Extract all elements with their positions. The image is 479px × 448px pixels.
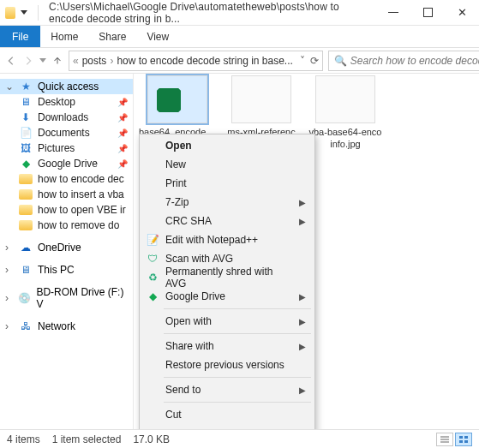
menu-item-send-to[interactable]: Send to▶ — [141, 380, 313, 399]
chevron-down-icon[interactable]: ⌄ — [5, 81, 14, 93]
details-view-button[interactable] — [436, 433, 453, 446]
search-icon: 🔍 — [334, 55, 347, 67]
maximize-button[interactable] — [410, 0, 445, 26]
history-dropdown-icon[interactable] — [39, 58, 46, 63]
chevron-right-icon: ▶ — [299, 317, 306, 326]
sidebar-item-pictures[interactable]: 🖼Pictures📌 — [0, 140, 133, 156]
file-tab[interactable]: File — [0, 26, 40, 47]
file-thumbnail — [147, 75, 207, 123]
address-bar: « posts › how to encode decode string in… — [0, 48, 479, 74]
minimize-button[interactable] — [376, 0, 410, 26]
svg-rect-0 — [459, 436, 463, 439]
svg-rect-2 — [459, 440, 463, 443]
file-thumbnail — [315, 75, 375, 123]
sidebar-item-folder[interactable]: how to insert a vba — [0, 187, 133, 202]
sidebar-item-label: how to insert a vba — [38, 188, 124, 200]
close-button[interactable] — [445, 0, 479, 26]
sidebar-item-label: Downloads — [38, 111, 88, 123]
pin-icon: 📌 — [117, 98, 128, 107]
onedrive-icon: ☁ — [19, 242, 33, 254]
menu-item-restore-previous[interactable]: Restore previous versions — [141, 355, 313, 374]
menu-item-share-with[interactable]: Share with▶ — [141, 337, 313, 355]
chevron-right-icon[interactable]: › — [110, 55, 113, 67]
sidebar-item-onedrive[interactable]: ›☁OneDrive — [0, 240, 133, 255]
menu-item-edit-notepadpp[interactable]: 📝Edit with Notepad++ — [141, 230, 313, 249]
file-item[interactable]: info.jpg — [307, 139, 384, 149]
menu-item-crc-sha[interactable]: CRC SHA▶ — [141, 212, 313, 230]
share-tab[interactable]: Share — [88, 26, 136, 47]
sidebar-item-google-drive[interactable]: ◆Google Drive📌 — [0, 156, 133, 171]
folder-icon — [5, 7, 15, 19]
sidebar-item-desktop[interactable]: 🖥Desktop📌 — [0, 94, 133, 110]
up-button[interactable] — [51, 51, 63, 70]
qat-dropdown-icon[interactable] — [21, 10, 27, 15]
minimize-icon — [388, 12, 398, 13]
sidebar-item-label: Google Drive — [38, 158, 98, 170]
refresh-icon[interactable]: ⟳ — [310, 55, 319, 67]
shred-icon: ♻ — [146, 272, 159, 284]
sidebar-item-quick-access[interactable]: ⌄ ★ Quick access — [0, 79, 133, 94]
folder-icon — [19, 220, 33, 230]
back-button[interactable] — [5, 51, 17, 70]
menu-item-google-drive[interactable]: ◆Google Drive▶ — [141, 287, 313, 306]
sidebar-item-downloads[interactable]: ⬇Downloads📌 — [0, 110, 133, 125]
svg-rect-1 — [464, 436, 468, 439]
chevron-right-icon: ▶ — [299, 198, 306, 207]
pc-icon: 🖥 — [19, 264, 33, 276]
folder-icon — [19, 174, 33, 184]
file-caption: info.jpg — [307, 139, 384, 149]
download-icon: ⬇ — [19, 111, 33, 123]
desktop-icon: 🖥 — [19, 96, 33, 108]
file-item[interactable]: ms-xml-referenc — [223, 75, 300, 137]
folder-icon — [19, 205, 33, 215]
sidebar-item-folder[interactable]: how to open VBE ir — [0, 202, 133, 218]
sidebar-item-documents[interactable]: 📄Documents📌 — [0, 125, 133, 140]
file-item[interactable]: vba-base64-enco — [307, 75, 384, 137]
shield-icon: 🛡 — [146, 253, 159, 265]
chevron-right-icon: ▶ — [299, 217, 306, 226]
list-icon — [440, 436, 449, 443]
close-icon — [458, 6, 467, 19]
file-list[interactable]: base64_encode_d ms-xml-referenc vba-base… — [134, 74, 479, 429]
sidebar-item-network[interactable]: ›🖧Network — [0, 319, 133, 334]
chevron-right-icon: ▶ — [299, 342, 306, 351]
divider — [38, 5, 39, 21]
sidebar-item-folder[interactable]: how to encode dec — [0, 171, 133, 187]
status-selected: 1 item selected — [52, 433, 122, 445]
menu-item-open[interactable]: Open — [141, 136, 313, 155]
sidebar-item-this-pc[interactable]: ›🖥This PC — [0, 262, 133, 278]
menu-item-open-with[interactable]: Open with▶ — [141, 312, 313, 331]
sidebar-item-folder[interactable]: how to remove do — [0, 218, 133, 233]
sidebar-item-label: Quick access — [38, 81, 99, 93]
google-drive-icon: ◆ — [146, 290, 159, 302]
file-item[interactable]: base64_encode_d — [139, 75, 216, 137]
menu-item-print[interactable]: Print — [141, 174, 313, 193]
status-size: 17.0 KB — [133, 433, 170, 445]
separator — [164, 402, 311, 403]
breadcrumb[interactable]: how to encode decode string in base... — [117, 55, 292, 67]
menu-item-shred-avg[interactable]: ♻Permanently shred with AVG — [141, 268, 313, 287]
forward-button[interactable] — [22, 51, 34, 70]
sidebar-item-bdrom[interactable]: ›💿BD-ROM Drive (F:) V — [0, 284, 133, 312]
address-input[interactable]: « posts › how to encode decode string in… — [69, 51, 323, 71]
breadcrumb[interactable]: posts — [82, 55, 107, 67]
menu-item-cut[interactable]: Cut — [141, 405, 313, 424]
pin-icon: 📌 — [117, 159, 128, 169]
search-box[interactable]: 🔍 — [328, 51, 479, 71]
home-tab[interactable]: Home — [40, 26, 88, 47]
pin-icon: 📌 — [117, 113, 128, 122]
dropdown-icon[interactable]: ˅ — [300, 55, 305, 67]
menu-item-7zip[interactable]: 7-Zip▶ — [141, 193, 313, 212]
search-input[interactable] — [350, 55, 479, 67]
sidebar-item-label: how to encode dec — [38, 173, 124, 185]
sidebar-item-label: This PC — [38, 264, 75, 276]
menu-item-new[interactable]: New — [141, 155, 313, 174]
sidebar-item-label: BD-ROM Drive (F:) V — [36, 286, 128, 310]
chevron-right-icon: ▶ — [299, 292, 306, 302]
ribbon-tabs: File Home Share View — [0, 26, 479, 48]
icons-view-button[interactable] — [455, 433, 472, 446]
context-menu: Open New Print 7-Zip▶ CRC SHA▶ 📝Edit wit… — [139, 134, 315, 448]
pin-icon: 📌 — [117, 144, 128, 153]
view-tab[interactable]: View — [136, 26, 179, 47]
sidebar-item-label: how to remove do — [38, 219, 119, 231]
